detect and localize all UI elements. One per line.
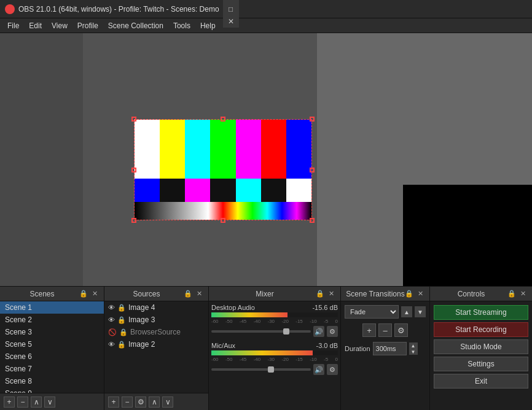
scenes-down-button[interactable]: ∨: [44, 396, 55, 408]
transitions-close-icon[interactable]: ✕: [416, 290, 424, 298]
lock-icon[interactable]: 🔒: [117, 341, 126, 349]
color-bar-red: [261, 120, 286, 179]
scene-item[interactable]: Scene 3: [0, 326, 104, 338]
start-recording-button[interactable]: Start Recording: [434, 322, 528, 337]
scenes-up-button[interactable]: ∧: [31, 396, 42, 408]
scene-item[interactable]: Scene 1: [0, 301, 104, 314]
source-item[interactable]: 👁 🔒 Image 4: [104, 301, 208, 314]
mixer-meter-bg-desktop: [211, 312, 338, 317]
scenes-footer: + − ∧ ∨: [0, 393, 104, 410]
source-item[interactable]: 👁 🔒 Image 2: [104, 338, 208, 350]
duration-up-button[interactable]: ▲: [409, 342, 418, 349]
controls-panel-header: Controls 🔒 ✕: [430, 287, 532, 301]
transition-remove-button[interactable]: –: [378, 323, 392, 337]
source-label: BrowserSource: [130, 328, 181, 336]
sources-add-button[interactable]: +: [108, 396, 119, 408]
sources-panel-header: Sources 🔒 ✕: [104, 287, 208, 301]
sources-lock-icon[interactable]: 🔒: [184, 290, 192, 298]
scene-item[interactable]: Scene 8: [0, 375, 104, 387]
source-item[interactable]: 🚫 🔒 BrowserSource: [104, 326, 208, 338]
transition-up-button[interactable]: ▲: [401, 306, 412, 317]
menu-profile[interactable]: Profile: [72, 20, 103, 31]
sources-settings-button[interactable]: ⚙: [135, 396, 146, 408]
color-bar-white: [135, 120, 160, 179]
scenes-close-icon[interactable]: ✕: [90, 290, 99, 298]
scenes-lock-icon[interactable]: 🔒: [79, 290, 88, 298]
source-item[interactable]: 👁 🔒 Image 3: [104, 314, 208, 326]
mixer-channel-level: -3.0 dB: [316, 342, 338, 349]
close-button[interactable]: ✕: [223, 15, 239, 28]
transition-add-button[interactable]: +: [362, 323, 376, 337]
title-bar-text: OBS 21.0.1 (64bit, windows) - Profile: T…: [18, 5, 219, 14]
transition-icons-row: + – ⚙: [345, 323, 426, 337]
scene-item[interactable]: Scene 9: [0, 387, 104, 393]
sources-header-icons: 🔒 ✕: [184, 290, 203, 298]
preview-area: [0, 33, 532, 286]
transitions-panel: Scene Transitions 🔒 ✕ Fade Cut Swipe Sli…: [341, 287, 430, 410]
menu-help[interactable]: Help: [195, 20, 221, 31]
eye-slash-icon[interactable]: 🚫: [108, 328, 117, 336]
transition-settings-button[interactable]: ⚙: [394, 323, 408, 337]
lock-icon[interactable]: 🔒: [119, 328, 128, 336]
scene-item[interactable]: Scene 2: [0, 314, 104, 326]
duration-down-button[interactable]: ▼: [409, 349, 418, 355]
mixer-content: Desktop Audio -15.6 dB -60-50-45-40-30-2…: [209, 301, 340, 410]
duration-input[interactable]: [373, 342, 407, 355]
menu-tools[interactable]: Tools: [168, 20, 195, 31]
mixer-fader-desktop[interactable]: [211, 330, 311, 333]
scene-item[interactable]: Scene 6: [0, 350, 104, 363]
mixer-mute-button-mic[interactable]: 🔊: [313, 364, 324, 375]
lock-icon[interactable]: 🔒: [117, 316, 126, 324]
menu-file[interactable]: File: [2, 20, 24, 31]
eye-icon[interactable]: 👁: [108, 341, 115, 348]
mixer-fader-thumb-mic[interactable]: [268, 366, 274, 373]
mixer-controls-mic: 🔊 ⚙: [211, 364, 338, 375]
studio-mode-button[interactable]: Studio Mode: [434, 339, 528, 354]
sources-down-button[interactable]: ∨: [162, 396, 173, 408]
transitions-lock-icon[interactable]: 🔒: [405, 290, 413, 298]
mixer-channel-name: Desktop Audio: [211, 304, 255, 311]
mixer-lock-icon[interactable]: 🔒: [316, 290, 324, 298]
maximize-button[interactable]: □: [223, 3, 239, 15]
scenes-panel-header: Scenes 🔒 ✕: [0, 287, 104, 301]
mixer-panel-header: Mixer 🔒 ✕: [209, 287, 340, 301]
lock-icon[interactable]: 🔒: [117, 304, 126, 312]
sources-up-button[interactable]: ∧: [149, 396, 160, 408]
menu-edit[interactable]: Edit: [24, 20, 47, 31]
transition-down-button[interactable]: ▼: [415, 306, 426, 317]
color-bar-magenta: [236, 120, 261, 179]
controls-lock-icon[interactable]: 🔒: [507, 290, 516, 298]
scene-item[interactable]: Scene 5: [0, 338, 104, 350]
eye-icon[interactable]: 👁: [108, 304, 115, 311]
exit-button[interactable]: Exit: [434, 374, 528, 389]
scenes-remove-button[interactable]: −: [17, 396, 28, 408]
mixer-channel-level: -15.6 dB: [312, 304, 338, 311]
menu-scene-collection[interactable]: Scene Collection: [103, 20, 168, 31]
duration-label: Duration: [345, 345, 370, 352]
mixer-settings-button-desktop[interactable]: ⚙: [327, 326, 338, 337]
settings-button[interactable]: Settings: [434, 357, 528, 371]
scenes-add-button[interactable]: +: [4, 396, 15, 408]
start-streaming-button[interactable]: Start Streaming: [434, 305, 528, 320]
mixer-fader-thumb-desktop[interactable]: [283, 328, 289, 335]
color-bar-green: [210, 120, 235, 179]
scenes-panel: Scenes 🔒 ✕ Scene 1 Scene 2 Scene 3 Scene…: [0, 287, 104, 410]
eye-icon[interactable]: 👁: [108, 316, 115, 323]
source-label: Image 2: [128, 340, 155, 349]
mixer-close-icon[interactable]: ✕: [327, 290, 335, 298]
sources-remove-button[interactable]: −: [122, 396, 133, 408]
color-bars: [134, 119, 312, 220]
mixer-settings-button-mic[interactable]: ⚙: [327, 364, 338, 375]
mixer-fader-mic[interactable]: [211, 368, 311, 371]
mixer-mute-button-desktop[interactable]: 🔊: [313, 326, 324, 337]
preview-bg-left: [0, 33, 83, 286]
transition-type-select[interactable]: Fade Cut Swipe Slide: [345, 305, 399, 319]
scene-item[interactable]: Scene 7: [0, 363, 104, 375]
title-bar: OBS 21.0.1 (64bit, windows) - Profile: T…: [0, 0, 532, 18]
menu-view[interactable]: View: [47, 20, 72, 31]
mixer-meter-fill-mic: [211, 350, 313, 355]
sources-close-icon[interactable]: ✕: [195, 290, 203, 298]
controls-close-icon[interactable]: ✕: [518, 290, 527, 298]
scenes-list: Scene 1 Scene 2 Scene 3 Scene 5 Scene 6 …: [0, 301, 104, 393]
color-bars-mid: [135, 179, 311, 202]
